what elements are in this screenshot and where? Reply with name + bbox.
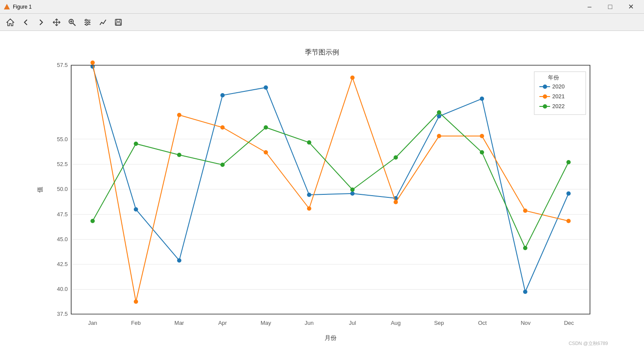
dot-2020-oct bbox=[480, 97, 484, 101]
chart-area: 季节图示例 37.5 bbox=[0, 31, 644, 357]
title-bar: Figure 1 – □ ✕ bbox=[0, 0, 644, 14]
svg-rect-16 bbox=[116, 23, 120, 25]
chart-container: 季节图示例 37.5 bbox=[33, 39, 611, 348]
ytick-7: 55.0 bbox=[57, 136, 68, 142]
dot-2021-jan bbox=[90, 61, 95, 65]
edit-button[interactable] bbox=[96, 15, 110, 29]
xtick-apr: Apr bbox=[218, 320, 227, 326]
ytick-0: 37.5 bbox=[57, 311, 68, 317]
dot-2022-aug bbox=[394, 155, 398, 160]
dot-2020-apr bbox=[220, 93, 225, 97]
pan-button[interactable] bbox=[50, 15, 63, 29]
main-window: Figure 1 – □ ✕ bbox=[0, 0, 644, 357]
legend-label-2021: 2021 bbox=[552, 93, 565, 100]
ytick-5: 50.0 bbox=[57, 186, 68, 192]
xtick-jan: Jan bbox=[88, 320, 97, 326]
dot-2021-sep bbox=[437, 134, 441, 138]
dot-2021-aug bbox=[394, 200, 398, 204]
dot-2022-may bbox=[264, 125, 268, 130]
dot-2020-nov bbox=[523, 290, 527, 294]
window-title: Figure 1 bbox=[13, 4, 580, 10]
toolbar bbox=[0, 14, 644, 31]
dot-2022-sep bbox=[437, 110, 441, 115]
xtick-aug: Aug bbox=[391, 320, 400, 326]
dot-2022-feb bbox=[134, 142, 138, 146]
chart-title: 季节图示例 bbox=[305, 48, 339, 56]
dot-2022-oct bbox=[480, 150, 484, 154]
dot-2022-jan bbox=[90, 219, 95, 223]
close-button[interactable]: ✕ bbox=[621, 0, 641, 14]
ylabel: 值 bbox=[36, 187, 43, 193]
dot-2020-jun bbox=[307, 193, 311, 197]
ytick-2: 42.5 bbox=[57, 261, 68, 267]
xtick-dec: Dec bbox=[564, 320, 574, 326]
watermark: CSDN @立秋6789 bbox=[569, 340, 608, 347]
xtick-jun: Jun bbox=[305, 320, 314, 326]
ytick-4: 47.5 bbox=[57, 211, 68, 218]
svg-line-5 bbox=[73, 23, 75, 26]
forward-button[interactable] bbox=[34, 15, 48, 29]
minimize-button[interactable]: – bbox=[580, 0, 599, 14]
dot-2021-may bbox=[264, 150, 268, 154]
save-button[interactable] bbox=[111, 15, 125, 29]
chart-svg: 季节图示例 37.5 bbox=[33, 39, 611, 348]
window-controls: – □ ✕ bbox=[580, 0, 641, 14]
dot-2020-feb bbox=[134, 207, 138, 212]
legend-label-2022: 2022 bbox=[552, 103, 565, 109]
dot-2021-oct bbox=[480, 134, 484, 138]
svg-marker-0 bbox=[4, 4, 10, 9]
ytick-3: 45.0 bbox=[57, 236, 68, 242]
xtick-jul: Jul bbox=[349, 320, 356, 326]
xtick-feb: Feb bbox=[131, 320, 141, 326]
xtick-mar: Mar bbox=[175, 320, 184, 326]
svg-point-12 bbox=[88, 21, 90, 23]
legend-label-2020: 2020 bbox=[552, 83, 565, 90]
xtick-sep: Sep bbox=[434, 320, 444, 326]
xtick-oct: Oct bbox=[478, 320, 487, 326]
xtick-may: May bbox=[261, 320, 271, 326]
dot-2021-nov bbox=[523, 209, 527, 213]
svg-point-11 bbox=[85, 19, 87, 21]
legend-title: 年份 bbox=[548, 74, 559, 81]
dot-2022-jul bbox=[350, 188, 355, 192]
back-button[interactable] bbox=[19, 15, 33, 29]
dot-2021-mar bbox=[177, 113, 181, 117]
ytick-1: 40.0 bbox=[57, 286, 68, 292]
dot-2021-jun bbox=[307, 206, 311, 211]
dot-2020-sep bbox=[437, 114, 441, 118]
zoom-button[interactable] bbox=[65, 15, 79, 29]
svg-point-13 bbox=[86, 24, 87, 25]
dot-2020-dec bbox=[566, 191, 571, 196]
dot-2022-jun bbox=[307, 140, 311, 145]
xlabel: 月份 bbox=[325, 334, 337, 341]
app-icon bbox=[3, 3, 10, 10]
dot-2022-mar bbox=[177, 153, 181, 157]
maximize-button[interactable]: □ bbox=[600, 0, 620, 14]
legend-dot-2020 bbox=[543, 85, 547, 89]
dot-2020-may bbox=[264, 85, 268, 90]
configure-button[interactable] bbox=[81, 15, 94, 29]
legend-dot-2021 bbox=[543, 94, 547, 99]
home-button[interactable] bbox=[3, 15, 17, 29]
dot-2020-mar bbox=[177, 258, 181, 263]
dot-2020-jul bbox=[350, 191, 355, 196]
ytick-8: 57.5 bbox=[57, 62, 68, 68]
dot-2021-jul bbox=[350, 76, 355, 80]
dot-2022-nov bbox=[523, 246, 527, 250]
dot-2021-apr bbox=[220, 125, 225, 130]
dot-2021-dec bbox=[566, 219, 571, 223]
legend-dot-2022 bbox=[543, 104, 547, 109]
dot-2021-feb bbox=[134, 300, 138, 304]
ytick-6: 52.5 bbox=[57, 161, 68, 167]
dot-2022-dec bbox=[566, 160, 571, 164]
svg-marker-1 bbox=[7, 19, 14, 26]
svg-rect-18 bbox=[71, 65, 590, 314]
xtick-nov: Nov bbox=[521, 320, 531, 326]
dot-2022-apr bbox=[220, 163, 225, 167]
